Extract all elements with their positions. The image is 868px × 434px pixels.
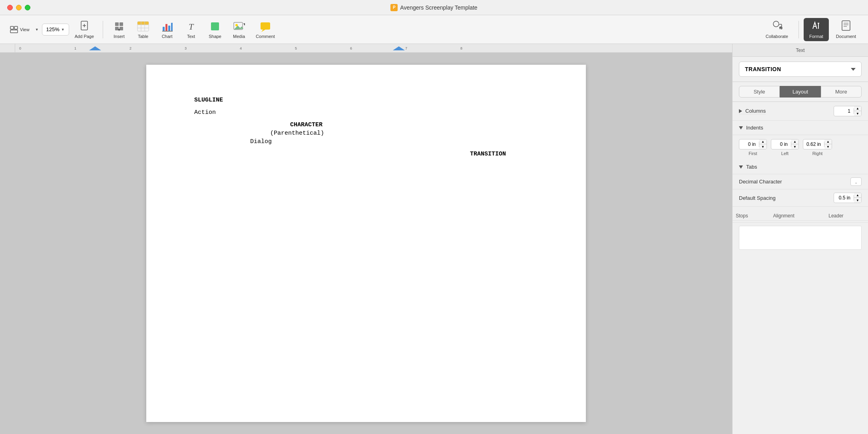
indent-left-arrows[interactable]: ▲ ▼ xyxy=(791,139,798,149)
decimal-char-label: Decimal Character xyxy=(739,179,782,185)
indent-first-up[interactable]: ▲ xyxy=(759,139,766,144)
tabs-content-area[interactable] xyxy=(739,226,862,250)
media-button[interactable]: ▼ Media xyxy=(228,18,250,41)
decimal-char-row: Decimal Character . xyxy=(733,174,868,189)
minimize-button[interactable] xyxy=(16,5,22,10)
indent-first: 0 in ▲ ▼ First xyxy=(739,139,767,156)
media-icon: ▼ xyxy=(233,20,245,32)
default-spacing-down[interactable]: ▼ xyxy=(854,198,861,203)
maximize-button[interactable] xyxy=(25,5,30,10)
columns-label-text: Columns xyxy=(745,108,766,114)
app-icon: P xyxy=(390,4,398,11)
indent-left-down[interactable]: ▼ xyxy=(791,144,798,149)
svg-marker-26 xyxy=(234,26,243,30)
comment-icon xyxy=(259,20,272,32)
format-button[interactable]: Format xyxy=(804,18,829,41)
chart-button[interactable]: Chart xyxy=(156,18,178,41)
tabs-expand-icon[interactable] xyxy=(739,165,743,169)
transition-dropdown-label: TRANSITION xyxy=(745,66,781,72)
action: Action xyxy=(194,109,554,116)
columns-down-arrow[interactable]: ▼ xyxy=(854,111,861,116)
indent-right-arrows[interactable]: ▲ ▼ xyxy=(824,139,832,149)
indents-expand-icon[interactable] xyxy=(739,126,743,129)
text-button[interactable]: T Text xyxy=(180,18,202,41)
indent-first-label: First xyxy=(749,151,757,156)
svg-rect-36 xyxy=(842,21,850,30)
default-spacing-up[interactable]: ▲ xyxy=(854,193,861,198)
comment-button[interactable]: Comment xyxy=(252,18,279,41)
alignment-col-header: Alignment xyxy=(770,211,825,221)
default-spacing-stepper[interactable]: 0.5 in ▲ ▼ xyxy=(834,193,862,203)
columns-collapse-icon[interactable] xyxy=(739,109,742,113)
tabs-columns-table: Stops Alignment Leader xyxy=(733,211,868,221)
divider-2 xyxy=(798,21,799,38)
transition-section: TRANSITION xyxy=(733,57,868,82)
svg-rect-28 xyxy=(261,22,270,30)
view-dropdown-arrow[interactable]: ▼ xyxy=(34,22,40,37)
tabs-header: Tabs xyxy=(733,160,868,174)
columns-arrows[interactable]: ▲ ▼ xyxy=(854,106,861,116)
add-page-button[interactable]: Add Page xyxy=(71,18,98,41)
ruler-svg: 0 1 2 3 4 5 6 7 8 xyxy=(15,44,596,53)
toolbar-right: Collaborate Format xyxy=(760,18,862,41)
indent-right-label: Right xyxy=(812,151,823,156)
traffic-lights xyxy=(7,5,30,10)
table-label: Table xyxy=(138,34,148,39)
svg-rect-7 xyxy=(119,22,123,26)
indent-left-up[interactable]: ▲ xyxy=(791,139,798,144)
view-group: View ▼ xyxy=(6,22,40,37)
main-area: 0 1 2 3 4 5 6 7 8 SLUGLINE Action CHARAC… xyxy=(0,44,868,434)
indent-right-stepper[interactable]: 0.62 in ▲ ▼ xyxy=(803,139,832,149)
chart-label: Chart xyxy=(162,34,173,39)
indent-right: 0.62 in ▲ ▼ Right xyxy=(803,139,832,156)
svg-text:▼: ▼ xyxy=(117,28,121,32)
insert-button[interactable]: ▼ Insert xyxy=(108,18,130,41)
transition-dropdown[interactable]: TRANSITION xyxy=(739,62,862,77)
add-page-icon xyxy=(78,20,90,32)
svg-text:6: 6 xyxy=(350,46,352,50)
indent-first-arrows[interactable]: ▲ ▼ xyxy=(759,139,766,149)
format-icon xyxy=(810,20,822,32)
indents-label: Indents xyxy=(746,125,763,131)
indent-left-value: 0 in xyxy=(771,141,791,147)
columns-stepper[interactable]: 1 ▲ ▼ xyxy=(834,106,862,116)
format-label: Format xyxy=(809,34,823,39)
table-button[interactable]: Table xyxy=(132,18,154,41)
insert-label: Insert xyxy=(113,34,125,39)
svg-rect-20 xyxy=(171,23,173,31)
comment-label: Comment xyxy=(256,34,275,39)
add-page-label: Add Page xyxy=(75,34,94,39)
indents-header: Indents xyxy=(733,121,868,135)
svg-rect-2 xyxy=(10,30,18,33)
svg-point-31 xyxy=(779,26,782,30)
panel-content: Columns 1 ▲ ▼ Indents 0 xyxy=(733,102,868,434)
document-button[interactable]: Document xyxy=(830,18,862,41)
view-icon xyxy=(10,25,18,34)
indent-first-stepper[interactable]: 0 in ▲ ▼ xyxy=(739,139,767,149)
indent-left-stepper[interactable]: 0 in ▲ ▼ xyxy=(771,139,799,149)
tab-style[interactable]: Style xyxy=(739,86,780,98)
view-button[interactable]: View xyxy=(6,22,33,37)
tab-layout[interactable]: Layout xyxy=(780,86,820,98)
indent-right-up[interactable]: ▲ xyxy=(824,139,832,144)
text-icon: T xyxy=(185,20,197,32)
columns-up-arrow[interactable]: ▲ xyxy=(854,106,861,111)
zoom-button[interactable]: 125% ▼ xyxy=(42,24,69,36)
shape-button[interactable]: Shape xyxy=(204,18,226,41)
collaborate-button[interactable]: Collaborate xyxy=(760,18,794,41)
shape-label: Shape xyxy=(209,34,221,39)
default-spacing-label: Default Spacing xyxy=(739,195,776,201)
close-button[interactable] xyxy=(7,5,13,10)
svg-point-30 xyxy=(773,21,779,27)
stops-col-header: Stops xyxy=(733,211,770,221)
default-spacing-arrows[interactable]: ▲ ▼ xyxy=(854,193,861,203)
decimal-char-value[interactable]: . xyxy=(850,177,862,186)
indent-right-down[interactable]: ▼ xyxy=(824,144,832,149)
svg-rect-40 xyxy=(15,44,596,53)
collaborate-label: Collaborate xyxy=(766,34,788,39)
tab-more[interactable]: More xyxy=(821,86,862,98)
text-label: Text xyxy=(187,34,195,39)
collaborate-icon xyxy=(770,20,783,32)
indent-first-down[interactable]: ▼ xyxy=(759,144,766,149)
canvas-area[interactable]: SLUGLINE Action CHARACTER (Parenthetical… xyxy=(0,53,732,434)
